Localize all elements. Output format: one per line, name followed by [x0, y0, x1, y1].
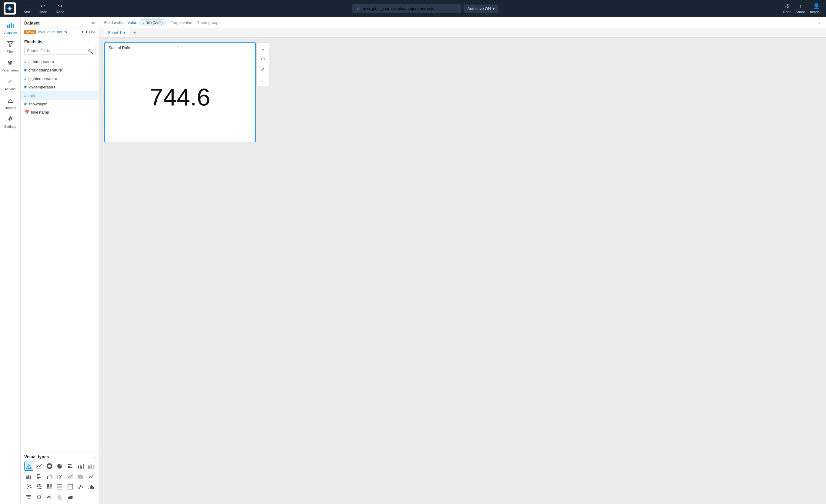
vt-stacked-area[interactable] [76, 472, 85, 481]
vt-radar[interactable] [55, 493, 64, 502]
add-button[interactable]: + Add [20, 2, 33, 15]
share-button[interactable]: ↑ Share [795, 3, 805, 14]
vt-custom-visual[interactable] [76, 482, 85, 491]
vt-bar[interactable] [76, 461, 85, 471]
svg-rect-41 [37, 476, 39, 477]
field-type-icon: # [24, 76, 27, 81]
svg-rect-65 [37, 488, 38, 489]
widget-drag-handle[interactable]: ⋮⋮ [176, 44, 184, 49]
widget-more-button[interactable]: … [258, 75, 268, 84]
vt-heatmap[interactable] [35, 482, 44, 491]
vt-pie[interactable] [55, 461, 64, 471]
undo-button[interactable]: ↩ Undo [36, 2, 50, 15]
actions-icon [7, 78, 14, 86]
svg-rect-60 [39, 484, 40, 486]
field-item-timestamp[interactable]: 📅 timestamp [20, 108, 99, 116]
vt-kpi[interactable] [24, 461, 33, 471]
dataset-edit-button[interactable]: ✏ [92, 20, 96, 26]
field-wells-bar: Field wells Value # rain (Sum) Target va… [99, 17, 826, 28]
vt-boxplot[interactable] [35, 493, 44, 502]
vt-tree-map[interactable] [45, 482, 54, 491]
svg-rect-76 [68, 484, 73, 489]
field-item-snowdepth[interactable]: # snowdepth [20, 100, 99, 108]
svg-rect-22 [68, 464, 71, 465]
field-item-lowtemperature[interactable]: # lowtemperature [20, 83, 99, 91]
themes-icon [7, 97, 14, 105]
sidebar-item-visualize[interactable]: Visualize [1, 19, 19, 37]
fw-trend-label[interactable]: Trend group [197, 20, 219, 25]
fw-rain-pill[interactable]: # rain (Sum) [139, 19, 166, 25]
sidebar-item-themes[interactable]: Themes [1, 94, 19, 112]
svg-rect-68 [47, 484, 49, 487]
user-menu-button[interactable]: 👤 nordh... [810, 3, 822, 14]
svg-rect-71 [49, 487, 52, 489]
vt-line[interactable] [35, 461, 44, 471]
add-sheet-button[interactable]: + [130, 28, 139, 37]
sheet-tabs: Sheet 1 ▾ + [99, 28, 826, 38]
svg-rect-47 [52, 475, 52, 479]
fw-value-label[interactable]: Value [128, 20, 137, 25]
sidebar-item-settings[interactable]: Settings [1, 113, 19, 131]
svg-rect-30 [90, 466, 90, 468]
svg-point-101 [70, 496, 73, 498]
field-wells-trend-section: Trend group [197, 20, 219, 25]
visual-types-grid [24, 461, 96, 502]
widget-resize-handle[interactable]: ⤡ [251, 137, 254, 141]
field-item-groundtemperature[interactable]: # groundtemperature [20, 66, 99, 74]
sheet-tab-1[interactable]: Sheet 1 ▾ [104, 28, 129, 37]
visual-types-toggle-button[interactable]: ⌄ [92, 454, 96, 459]
analysis-title-bar[interactable]: ☆ aws_glue_yourbucketnamehere analysis [352, 4, 461, 13]
field-type-icon: # [24, 93, 27, 98]
search-fields-input[interactable] [24, 47, 96, 55]
vt-grouped-bar[interactable] [86, 461, 96, 471]
vt-combo[interactable] [55, 472, 64, 481]
vt-stacked-bar[interactable] [24, 472, 33, 481]
autosave-status[interactable]: Autosave ON ▾ [464, 5, 498, 13]
vt-area[interactable] [66, 472, 75, 481]
vt-pivot[interactable] [55, 482, 64, 491]
field-item-hightemperature[interactable]: # hightemperature [20, 74, 99, 83]
sidebar-item-filter[interactable]: Filter [1, 38, 19, 56]
vt-waterfall[interactable] [45, 472, 54, 481]
vt-horizontal-grouped[interactable] [35, 472, 44, 481]
vt-table[interactable] [66, 482, 75, 491]
widget-settings-button[interactable]: ⚙ [258, 54, 268, 64]
sidebar-item-actions[interactable]: Actions [1, 76, 19, 93]
quicksight-logo [4, 2, 16, 14]
print-button[interactable]: 🖨 Print [783, 3, 791, 14]
vt-horizontal-bar[interactable] [66, 461, 75, 471]
svg-rect-44 [47, 477, 48, 479]
dataset-name[interactable]: aws_glue_yourb... [38, 30, 80, 34]
widget-expand-button[interactable]: ⤢ [258, 65, 268, 74]
redo-button[interactable]: ↪ Redo [53, 2, 68, 15]
visual-types-header: Visual types ⌄ [24, 454, 96, 459]
vt-cloud[interactable] [66, 493, 75, 502]
field-type-icon: # [24, 102, 27, 106]
vt-gauge[interactable] [45, 493, 54, 502]
search-icon: 🔍 [88, 49, 93, 54]
svg-rect-66 [39, 488, 40, 489]
field-type-icon: # [24, 84, 27, 89]
main-area: Visualize Filter Parameters Actions Them… [0, 17, 826, 504]
widget-wrapper: ⋮⋮ Sum of Rain 744.6 ⤡ ⌄ ⚙ ⤢ … [104, 43, 256, 142]
svg-rect-91 [27, 496, 31, 497]
vt-line-chart[interactable] [86, 472, 96, 481]
svg-rect-31 [91, 464, 92, 468]
svg-rect-72 [57, 484, 62, 485]
vt-funnel[interactable] [24, 493, 33, 502]
svg-rect-85 [88, 488, 90, 489]
dataset-chevron-icon[interactable]: ▾ [81, 30, 83, 34]
field-item-airtemperature[interactable]: # airtemperature [20, 57, 99, 66]
field-wells-collapse-icon[interactable]: ⌄ [818, 20, 821, 25]
sidebar-item-parameters[interactable]: Parameters [1, 57, 19, 74]
vt-histogram[interactable] [86, 482, 96, 491]
fw-target-label[interactable]: Target value [171, 20, 192, 25]
field-item-rain[interactable]: # rain [20, 91, 99, 100]
vt-donut[interactable] [45, 461, 54, 471]
svg-rect-4 [13, 24, 14, 28]
vt-scatter[interactable] [24, 482, 33, 491]
settings-label: Settings [4, 125, 16, 128]
widget-collapse-button[interactable]: ⌄ [258, 44, 268, 54]
undo-icon: ↩ [41, 3, 45, 9]
svg-point-58 [27, 484, 28, 486]
